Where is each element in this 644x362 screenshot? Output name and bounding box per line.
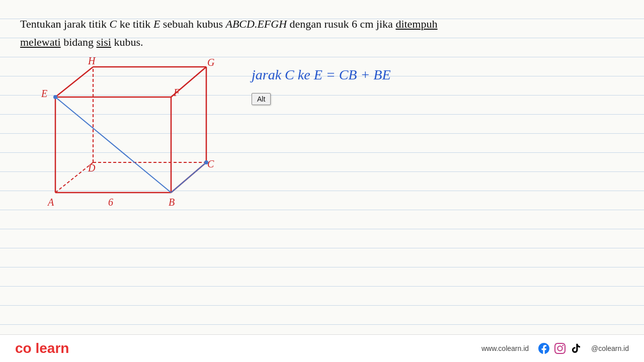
vertex-G: G bbox=[207, 57, 215, 68]
vertex-C: C bbox=[207, 158, 214, 169]
facebook-icon bbox=[538, 342, 550, 354]
tiktok-icon bbox=[570, 342, 582, 354]
alt-tooltip[interactable]: Alt bbox=[252, 93, 271, 105]
math-area: jarak C ke E = CB + BE Alt bbox=[252, 57, 391, 105]
vertex-C-dot bbox=[204, 160, 208, 164]
math-formula: jarak C ke E = CB + BE bbox=[252, 67, 391, 83]
edge-label-6: 6 bbox=[108, 197, 113, 208]
vertex-E: E bbox=[41, 88, 47, 99]
vertex-H: H bbox=[88, 57, 96, 66]
vertex-F: F bbox=[173, 87, 180, 98]
svg-line-8 bbox=[55, 67, 93, 97]
question-text: Tentukan jarak titik C ke titik E sebuah… bbox=[20, 15, 624, 52]
diagram-area: H G E F A B C D 6 jarak bbox=[20, 57, 624, 218]
vertex-B: B bbox=[169, 197, 175, 208]
footer-logo: co learn bbox=[15, 340, 69, 356]
logo-co: co bbox=[15, 340, 32, 356]
footer-social bbox=[538, 342, 582, 354]
footer-right: www.colearn.id @colearn.id bbox=[481, 342, 629, 354]
cube-diagram: H G E F A B C D 6 bbox=[20, 57, 221, 218]
footer-handle: @colearn.id bbox=[591, 344, 629, 352]
instagram-icon bbox=[554, 342, 566, 354]
svg-line-0 bbox=[55, 162, 93, 193]
footer: co learn www.colearn.id bbox=[0, 334, 644, 362]
svg-line-13 bbox=[171, 162, 206, 193]
vertex-E-dot bbox=[53, 95, 57, 99]
footer-url: www.colearn.id bbox=[481, 344, 529, 352]
main-content: Tentukan jarak titik C ke titik E sebuah… bbox=[0, 0, 644, 362]
vertex-D: D bbox=[88, 162, 96, 173]
logo-learn: learn bbox=[35, 340, 69, 356]
vertex-A: A bbox=[47, 197, 54, 208]
